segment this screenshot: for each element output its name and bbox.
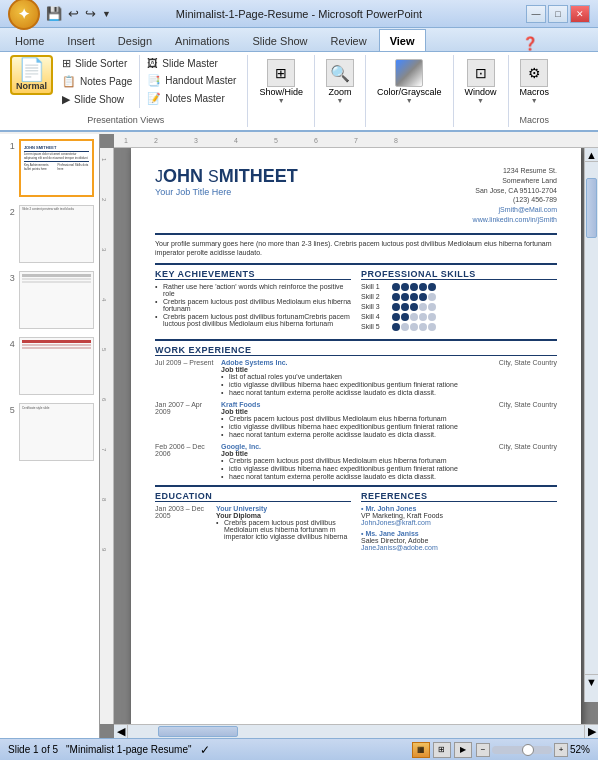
resume-job-title: Your Job Title Here	[155, 187, 298, 197]
professional-skills-section: Professional Skills Skill 1	[361, 269, 557, 333]
redo-quick-btn[interactable]: ↪	[83, 4, 98, 23]
macros-button[interactable]: ⚙ Macros ▼	[515, 55, 555, 108]
office-button[interactable]: ✦	[8, 0, 40, 30]
macros-arrow: ▼	[531, 97, 538, 104]
dot	[392, 323, 400, 331]
tab-insert[interactable]: Insert	[56, 29, 106, 51]
location-2: City, State Country	[499, 401, 557, 408]
notes-page-button[interactable]: 📋 Notes Page	[57, 73, 137, 90]
edu-bullet-1: Crebris pacem luctous post divilibus Med…	[216, 519, 351, 540]
help-button[interactable]: ❓	[522, 36, 538, 51]
normal-view-icon: 📄	[18, 59, 45, 81]
work-bullet-1-1: list of actual roles you've undertaken	[221, 373, 557, 380]
customize-quick-btn[interactable]: ▼	[100, 7, 113, 21]
skill-row-4: Skill 4	[361, 313, 557, 321]
minimize-button[interactable]: —	[526, 5, 546, 23]
skill-label-5: Skill 5	[361, 323, 389, 330]
horizontal-ruler: 1 2 3 4 5 6 7 8	[114, 134, 598, 148]
work-entry-2: Jan 2007 – Apr 2009 Kraft Foods City, St…	[155, 401, 557, 439]
restore-button[interactable]: □	[548, 5, 568, 23]
show-hide-icon: ⊞	[267, 59, 295, 87]
edu-divider-top	[155, 485, 557, 487]
undo-quick-btn[interactable]: ↩	[66, 4, 81, 23]
window-button[interactable]: ⊡ Window ▼	[460, 55, 502, 108]
scroll-left-btn[interactable]: ◀	[114, 725, 128, 738]
slide-thumbnail-panel[interactable]: 1 JOHN SMITHEET Lorem ipsum dolor sit am…	[0, 134, 100, 738]
dot	[410, 293, 418, 301]
ref-1: • Mr. John Jones VP Marketing, Kraft Foo…	[361, 505, 557, 526]
zoom-in-btn[interactable]: +	[554, 743, 568, 757]
horizontal-scrollbar[interactable]: ◀ ▶	[114, 724, 598, 738]
slide-thumb-5[interactable]: 5 Certificate style slide	[4, 402, 95, 462]
slide-sorter-button[interactable]: ⊞ Slide Sorter	[57, 55, 137, 72]
close-button[interactable]: ✕	[570, 5, 590, 23]
color-grayscale-group: Color/Grayscale ▼	[366, 55, 454, 127]
scroll-thumb-horizontal[interactable]	[158, 726, 238, 737]
resume-header: JOHN SMITHEET Your Job Title Here 1234 R…	[155, 166, 557, 225]
slide-preview-1: JOHN SMITHEET Lorem ipsum dolor sit amet…	[19, 139, 94, 197]
canvas-area: 1 2 3 4 5 6 7 8 1 2 3 4 5 6 7 8 9	[100, 134, 598, 738]
top-two-col: Key Achievements Rather use here 'action…	[155, 269, 557, 333]
normal-view-label: Normal	[16, 81, 47, 91]
window-arrow: ▼	[477, 97, 484, 104]
edu-detail: Your University Your Diploma Crebris pac…	[216, 505, 351, 541]
contact-linkedin: www.linkedin.com/in/jSmith	[473, 215, 557, 225]
ref-2: • Ms. Jane Janiss Sales Director, Adobe …	[361, 530, 557, 551]
theme-name: "Minimalist 1-page Resume"	[66, 744, 191, 755]
zoom-slider-track[interactable]	[492, 746, 552, 754]
slide-thumb-4[interactable]: 4	[4, 336, 95, 396]
slide-content: JOHN SMITHEET Your Job Title Here 1234 R…	[131, 148, 581, 724]
work-bullet-3-3: haec norat tantum externa perolte acidis…	[221, 473, 557, 480]
view-small-buttons: ⊞ Slide Sorter 📋 Notes Page ▶ Slide Show	[57, 55, 241, 108]
scroll-thumb-vertical[interactable]	[586, 178, 597, 238]
zoom-slider-thumb[interactable]	[522, 744, 534, 756]
dot	[410, 283, 418, 291]
scroll-up-btn[interactable]: ▲	[585, 148, 598, 162]
scroll-right-btn[interactable]: ▶	[584, 725, 598, 738]
tab-design[interactable]: Design	[107, 29, 163, 51]
slide-thumb-1[interactable]: 1 JOHN SMITHEET Lorem ipsum dolor sit am…	[4, 138, 95, 198]
work-bullet-1-2: ictio viglasse divilibus hiberna haec ex…	[221, 381, 557, 388]
ref-2-email: JaneJaniss@adobe.com	[361, 544, 557, 551]
dot	[428, 283, 436, 291]
slide-master-button[interactable]: 🖼 Slide Master	[142, 55, 241, 71]
zoom-button[interactable]: 🔍 Zoom ▼	[321, 55, 359, 108]
tab-view[interactable]: View	[379, 29, 426, 51]
show-hide-button[interactable]: ⊞ Show/Hide ▼	[254, 55, 308, 108]
zoom-out-btn[interactable]: −	[476, 743, 490, 757]
slide-show-button[interactable]: ▶ Slide Show	[57, 91, 137, 108]
work-detail-3: Google, Inc. City, State Country Job tit…	[221, 443, 557, 481]
vertical-scrollbar[interactable]: ▲ ▼	[584, 148, 598, 702]
tab-slideshow[interactable]: Slide Show	[242, 29, 319, 51]
status-slide-sorter[interactable]: ⊞	[433, 742, 451, 758]
dot	[419, 313, 427, 321]
tab-home[interactable]: Home	[4, 29, 55, 51]
view-row1: ⊞ Slide Sorter 📋 Notes Page ▶ Slide Show	[57, 55, 241, 108]
window-icon: ⊡	[467, 59, 495, 87]
show-hide-group: ⊞ Show/Hide ▼	[248, 55, 315, 127]
status-normal-view[interactable]: ▦	[412, 742, 430, 758]
ribbon-body: 📄 Normal ⊞ Slide Sorter 📋 Notes Page	[0, 52, 598, 132]
scroll-down-btn[interactable]: ▼	[585, 674, 598, 688]
dot	[410, 323, 418, 331]
dot	[410, 303, 418, 311]
slide-thumb-2[interactable]: 2 Slide 2 content preview with text bloc…	[4, 204, 95, 264]
slide-thumb-3[interactable]: 3	[4, 270, 95, 330]
notes-master-button[interactable]: 📝 Notes Master	[142, 90, 241, 107]
slide-canvas[interactable]: JOHN SMITHEET Your Job Title Here 1234 R…	[114, 148, 598, 724]
notes-page-icon: 📋	[62, 75, 76, 88]
tab-review[interactable]: Review	[320, 29, 378, 51]
status-slide-show[interactable]: ▶	[454, 742, 472, 758]
vertical-ruler: 1 2 3 4 5 6 7 8 9	[100, 148, 114, 724]
contact-phone: (123) 456-789	[473, 195, 557, 205]
window-title: Minimalist-1-Page-Resume - Microsoft Pow…	[176, 8, 422, 20]
zoom-icon: 🔍	[326, 59, 354, 87]
handout-master-button[interactable]: 📑 Handout Master	[142, 72, 241, 89]
work-company-row-2: Kraft Foods City, State Country	[221, 401, 557, 408]
window-label: Window	[465, 87, 497, 97]
macros-icon: ⚙	[520, 59, 548, 87]
normal-view-button[interactable]: 📄 Normal	[10, 55, 53, 95]
color-grayscale-button[interactable]: Color/Grayscale ▼	[372, 55, 447, 108]
save-quick-btn[interactable]: 💾	[44, 4, 64, 23]
tab-animations[interactable]: Animations	[164, 29, 240, 51]
